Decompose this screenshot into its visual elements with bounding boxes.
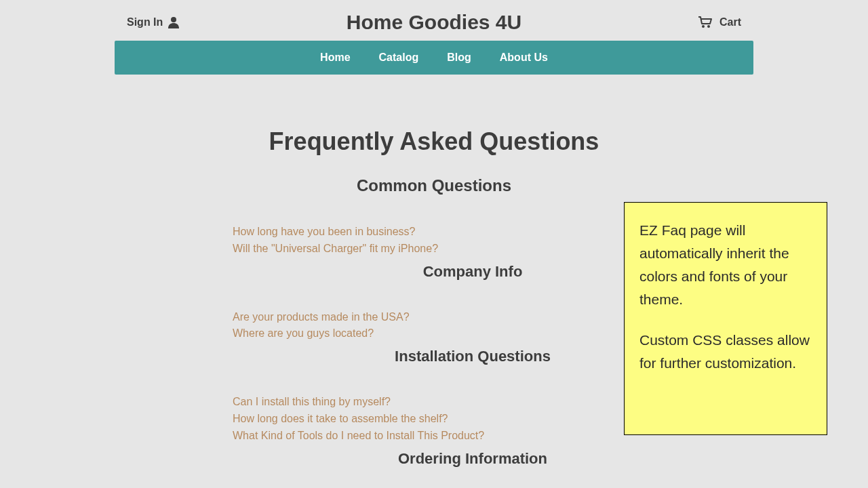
section-heading: Ordering Information xyxy=(233,450,713,468)
section-heading: Common Questions xyxy=(115,176,753,195)
brand-title: Home Goodies 4U xyxy=(347,11,521,34)
cart-icon xyxy=(698,16,713,28)
nav-blog[interactable]: Blog xyxy=(447,52,471,64)
sticky-note: EZ Faq page will automatically inherit t… xyxy=(624,202,827,435)
cart-label: Cart xyxy=(719,16,741,28)
signin-label: Sign In xyxy=(127,16,163,28)
top-bar: Sign In Home Goodies 4U Cart xyxy=(115,0,753,41)
nav-catalog[interactable]: Catalog xyxy=(379,52,419,64)
cart-link[interactable]: Cart xyxy=(698,16,741,28)
svg-point-2 xyxy=(707,25,710,28)
page-title: Frequently Asked Questions xyxy=(115,127,753,156)
nav-about[interactable]: About Us xyxy=(500,52,548,64)
signin-link[interactable]: Sign In xyxy=(127,16,179,28)
note-paragraph: EZ Faq page will automatically inherit t… xyxy=(639,219,812,311)
note-paragraph: Custom CSS classes allow for further cus… xyxy=(639,329,812,375)
main-nav: Home Catalog Blog About Us xyxy=(115,41,753,75)
nav-home[interactable]: Home xyxy=(320,52,350,64)
svg-point-0 xyxy=(171,17,176,22)
svg-point-1 xyxy=(702,25,705,28)
user-icon xyxy=(168,16,179,28)
